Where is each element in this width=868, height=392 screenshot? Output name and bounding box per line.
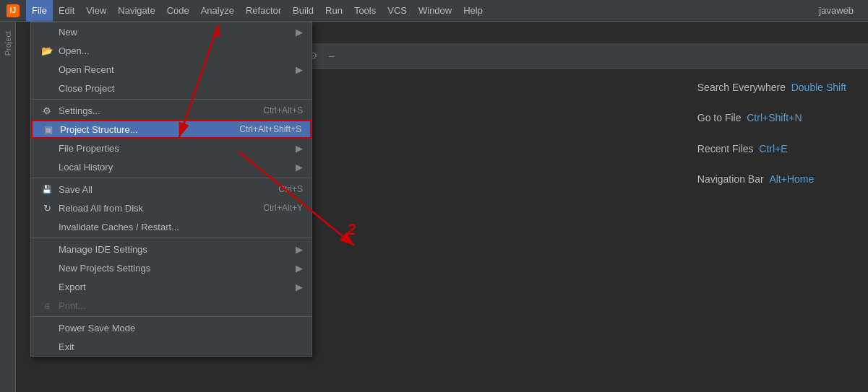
menu-vcs[interactable]: VCS [382, 0, 413, 22]
reload-icon: ↻ [40, 203, 54, 214]
minimize-icon[interactable]: – [324, 48, 340, 64]
local-history-arrow: ▶ [296, 162, 303, 173]
menu-item-print: 🖨 Print... [31, 296, 311, 315]
menu-tools[interactable]: Tools [348, 0, 382, 22]
menu-run[interactable]: Run [319, 0, 348, 22]
menu-item-export[interactable]: Export ▶ [31, 277, 311, 296]
print-icon: 🖨 [40, 302, 54, 310]
menu-analyze[interactable]: Analyze [195, 0, 240, 22]
menu-item-new-projects-settings[interactable]: New Projects Settings ▶ [31, 258, 311, 277]
menu-item-reload-all[interactable]: ↻ Reload All from Disk Ctrl+Alt+Y [31, 199, 311, 217]
menu-view[interactable]: View [80, 0, 112, 22]
menu-refactor[interactable]: Refactor [240, 0, 287, 22]
menu-item-new[interactable]: New ▶ [31, 22, 311, 41]
separator-4 [31, 316, 311, 317]
settings-icon: ⚙ [40, 105, 54, 116]
menu-item-open-recent[interactable]: Open Recent ▶ [31, 60, 311, 79]
separator-3 [31, 238, 311, 238]
hint-go-to-file: Go to File Ctrl+Shift+N [697, 110, 846, 126]
menu-navigate[interactable]: Navigate [112, 0, 160, 22]
sidebar-tab-project[interactable]: Project [1, 25, 14, 61]
menu-item-file-properties[interactable]: File Properties ▶ [31, 139, 311, 157]
menu-item-invalidate-caches[interactable]: Invalidate Caches / Restart... [31, 217, 311, 236]
menu-item-settings[interactable]: ⚙ Settings... Ctrl+Alt+S [31, 101, 311, 120]
app-icon: IJ [3, 1, 23, 21]
menu-window[interactable]: Window [413, 0, 457, 22]
menu-item-save-all[interactable]: 💾 Save All Ctrl+S [31, 180, 311, 199]
file-properties-arrow: ▶ [296, 143, 303, 154]
menu-item-power-save[interactable]: Power Save Mode [31, 318, 311, 337]
toolbar: ⚙ – [298, 43, 868, 69]
menu-item-local-history[interactable]: Local History ▶ [31, 157, 311, 176]
open-recent-arrow: ▶ [296, 64, 303, 75]
new-projects-arrow: ▶ [296, 263, 303, 274]
app-icon-inner: IJ [7, 4, 20, 17]
sidebar: Project [0, 22, 16, 392]
menu-item-project-structure[interactable]: ▣ Project Structure... Ctrl+Alt+Shift+S [31, 120, 311, 139]
menubar: IJ File Edit View Navigate Code Analyze … [0, 0, 868, 22]
menu-item-open[interactable]: 📂 Open... [31, 41, 311, 60]
menu-file[interactable]: File [26, 0, 53, 22]
file-dropdown: New ▶ 📂 Open... Open Recent ▶ Close Proj… [30, 22, 312, 357]
menu-item-manage-ide[interactable]: Manage IDE Settings ▶ [31, 240, 311, 258]
export-arrow: ▶ [296, 282, 303, 292]
menu-edit[interactable]: Edit [53, 0, 80, 22]
menu-code[interactable]: Code [161, 0, 195, 22]
separator-2 [31, 178, 311, 178]
project-structure-icon: ▣ [41, 124, 56, 135]
hints-panel: Search Everywhere Double Shift Go to Fil… [697, 79, 846, 202]
file-menu: New ▶ 📂 Open... Open Recent ▶ Close Proj… [30, 22, 312, 357]
new-arrow: ▶ [296, 27, 303, 38]
hint-navigation-bar: Navigation Bar Alt+Home [697, 171, 846, 187]
open-icon: 📂 [40, 45, 54, 56]
menu-help[interactable]: Help [457, 0, 489, 22]
project-name: javaweb [819, 5, 854, 16]
hint-recent-files: Recent Files Ctrl+E [697, 141, 846, 157]
menu-item-exit[interactable]: Exit [31, 337, 311, 356]
manage-ide-arrow: ▶ [296, 244, 303, 255]
hint-search-everywhere: Search Everywhere Double Shift [697, 79, 846, 95]
menu-build[interactable]: Build [287, 0, 319, 22]
save-all-icon: 💾 [40, 185, 54, 194]
menu-item-close-project[interactable]: Close Project [31, 79, 311, 97]
separator-1 [31, 99, 311, 100]
